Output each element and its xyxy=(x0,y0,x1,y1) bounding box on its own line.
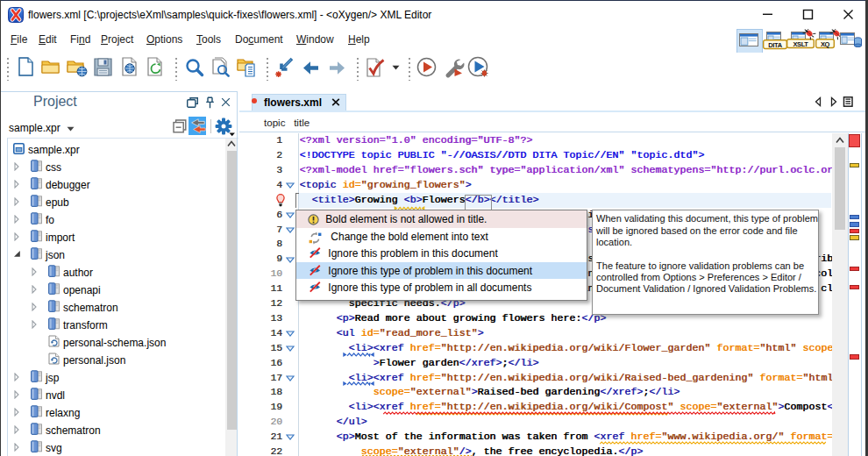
svg-text:DITA: DITA xyxy=(768,41,782,49)
svg-text:XQ: XQ xyxy=(821,40,830,48)
svg-text:XSLT: XSLT xyxy=(793,40,808,48)
